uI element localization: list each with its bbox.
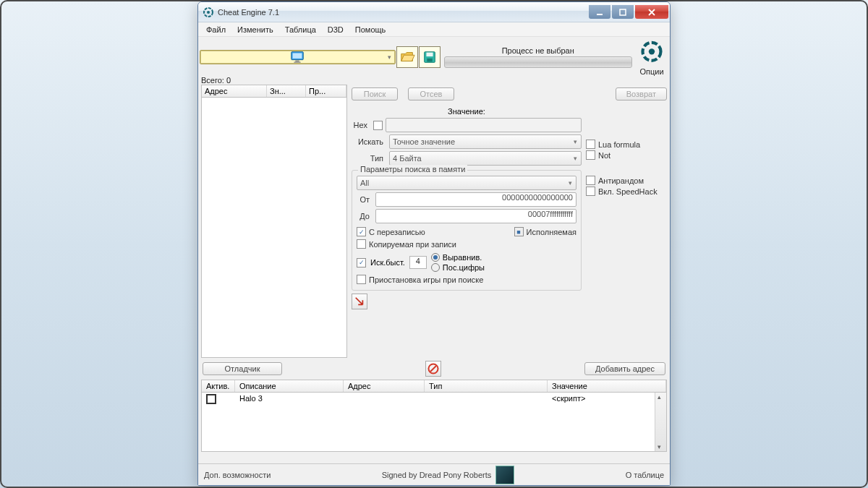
lua-label: Lua formula [598, 140, 640, 149]
memory-view-button[interactable]: Отладчик [203, 362, 282, 375]
process-bar: Процесс не выбран [444, 46, 633, 68]
results-pane: Адрес Зн... Пр... [201, 85, 347, 358]
value-type-select[interactable]: 4 Байта [389, 151, 582, 166]
row-address[interactable] [344, 394, 425, 406]
menu-edit[interactable]: Изменить [232, 24, 278, 35]
last-digits-radio[interactable] [431, 263, 440, 272]
search-buttons: Поиск Отсев Возврат [352, 87, 667, 100]
hex-label: Hex [352, 121, 370, 129]
antirandom-label: Антирандом [598, 176, 644, 185]
results-col-prev[interactable]: Пр... [306, 85, 346, 97]
lua-formula-checkbox[interactable] [586, 140, 595, 149]
undo-scan-button[interactable]: Возврат [616, 87, 667, 100]
results-col-value[interactable]: Зн... [267, 85, 306, 97]
save-button[interactable] [419, 46, 441, 68]
results-col-address[interactable]: Адрес [202, 85, 267, 97]
row-type[interactable] [425, 394, 548, 406]
svg-point-1 [207, 11, 210, 14]
address-table[interactable]: Halo 3 <скрипт> [201, 393, 667, 452]
search-pane: Поиск Отсев Возврат Значение: Hex [352, 85, 667, 358]
mid-actions: Отладчик Добавить адрес [198, 358, 670, 380]
app-window: Cheat Engine 7.1 Файл Изменить Таблица D… [197, 1, 671, 486]
table-extras-link[interactable]: О таблице [626, 471, 664, 479]
clear-list-button[interactable] [425, 361, 441, 377]
footer: Доп. возможности Signed by Dread Pony Ro… [198, 463, 670, 485]
memory-region-select[interactable]: All [357, 176, 576, 190]
memory-scan-fieldset: Параметры поиска в памяти All От 0000000… [352, 170, 582, 291]
svg-rect-6 [296, 61, 300, 62]
from-label: От [357, 195, 373, 204]
maximize-button[interactable] [612, 5, 634, 19]
executable-label: Исполняемая [527, 228, 576, 236]
add-to-list-button[interactable] [352, 294, 367, 309]
aligned-label: Выравнив. [443, 253, 482, 262]
next-scan-button[interactable]: Отсев [408, 87, 454, 100]
range-stop-input[interactable]: 00007fffffffffff [375, 209, 576, 223]
aligned-radio[interactable] [431, 253, 440, 262]
alignment-input[interactable]: 4 [409, 256, 427, 269]
open-process-button[interactable] [200, 50, 396, 64]
minimize-button[interactable] [589, 5, 610, 19]
table-row[interactable]: Halo 3 <скрипт> [202, 393, 666, 407]
hex-checkbox[interactable] [373, 121, 383, 130]
row-active-checkbox[interactable] [206, 394, 216, 404]
col-description[interactable]: Описание [235, 380, 344, 392]
unrandomizer-checkbox[interactable] [586, 176, 595, 185]
scrollbar[interactable] [655, 393, 666, 451]
svg-rect-5 [293, 53, 302, 59]
value-label: Значение: [448, 107, 485, 116]
scan-type-select[interactable]: Точное значение [389, 134, 582, 149]
total-label: Всего: [201, 76, 224, 85]
svg-rect-9 [426, 53, 433, 57]
svg-line-14 [430, 366, 436, 372]
range-start-input[interactable]: 0000000000000000 [375, 192, 576, 207]
first-scan-button[interactable]: Поиск [352, 87, 398, 100]
client-area: Процесс не выбран Опции Всего: 0 Адрес З… [198, 37, 670, 485]
value-input[interactable] [386, 118, 582, 132]
address-table-header: Актив. Описание Адрес Тип Значение [201, 380, 667, 393]
svg-rect-3 [620, 9, 626, 15]
type-label: Тип [352, 154, 386, 163]
col-address[interactable]: Адрес [344, 380, 425, 392]
writable-label: С перезаписью [369, 228, 425, 236]
pause-label: Приостановка игры при поиске [369, 275, 483, 284]
to-label: До [357, 212, 373, 221]
window-buttons [589, 5, 668, 19]
side-options: Lua formula Not Антирандом Вкл. SpeedHac… [586, 105, 667, 309]
col-type[interactable]: Тип [425, 380, 548, 392]
pause-game-checkbox[interactable] [357, 275, 366, 284]
process-label: Процесс не выбран [444, 46, 633, 55]
svg-point-12 [649, 48, 655, 54]
open-file-button[interactable] [396, 46, 418, 68]
fast-scan-label: Иск.быст. [370, 258, 405, 267]
results-list[interactable] [201, 98, 347, 358]
writable-checkbox[interactable]: ✓ [357, 227, 366, 236]
svg-rect-10 [427, 59, 432, 62]
menu-help[interactable]: Помощь [350, 24, 391, 35]
titlebar[interactable]: Cheat Engine 7.1 [198, 2, 670, 22]
toolbar-row: Процесс не выбран Опции [198, 37, 670, 76]
menubar: Файл Изменить Таблица D3D Помощь [198, 22, 670, 37]
menu-file[interactable]: Файл [201, 24, 231, 35]
not-label: Not [598, 151, 610, 160]
total-row: Всего: 0 [198, 76, 670, 85]
not-checkbox[interactable] [586, 150, 595, 160]
advanced-options-link[interactable]: Доп. возможности [204, 471, 271, 479]
speedhack-checkbox[interactable] [586, 187, 595, 196]
col-active[interactable]: Актив. [202, 380, 235, 392]
row-description[interactable]: Halo 3 [235, 394, 344, 406]
add-address-button[interactable]: Добавить адрес [584, 362, 665, 375]
menu-table[interactable]: Таблица [280, 24, 321, 35]
search-for-label: Искать [352, 137, 386, 146]
row-value[interactable]: <скрипт> [548, 394, 666, 406]
menu-d3d[interactable]: D3D [323, 24, 349, 35]
close-button[interactable] [635, 5, 668, 19]
logo-column: Опции [635, 38, 668, 76]
middle-split: Адрес Зн... Пр... Поиск Отсев Возврат Зн [198, 85, 670, 358]
fast-scan-checkbox[interactable]: ✓ [357, 258, 366, 267]
copy-on-write-checkbox[interactable] [357, 239, 366, 249]
executable-checkbox[interactable]: ■ [514, 227, 524, 236]
col-value[interactable]: Значение [548, 380, 666, 392]
cheat-engine-logo-icon[interactable] [637, 38, 666, 67]
options-label[interactable]: Опции [639, 67, 663, 76]
